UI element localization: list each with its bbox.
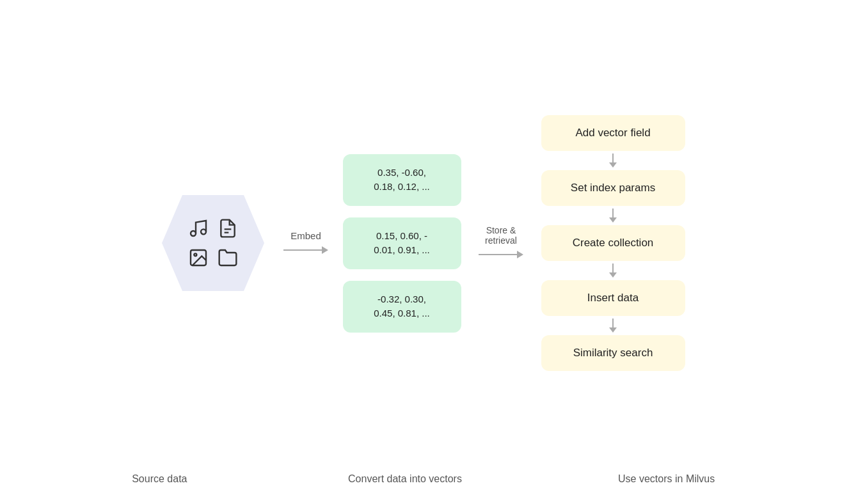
document-icon <box>216 217 239 240</box>
source-data-section <box>152 195 274 291</box>
embed-label: Embed <box>290 230 321 241</box>
music-icon <box>187 217 210 240</box>
step-arrow-2 <box>609 206 617 225</box>
convert-label: Convert data into vectors <box>341 473 469 485</box>
source-label: Source data <box>99 473 220 485</box>
milvus-label: Use vectors in Milvus <box>590 473 743 485</box>
step-arrow-1 <box>609 151 617 170</box>
step-create-collection: Create collection <box>541 225 685 261</box>
step-similarity-search: Similarity search <box>541 335 685 371</box>
store-label: Store & retrieval <box>485 225 517 246</box>
step-arrow-4 <box>609 316 617 335</box>
step-arrow-3 <box>609 261 617 280</box>
icons-grid <box>180 210 246 276</box>
folder-icon <box>216 246 239 269</box>
vectors-section: 0.35, -0.60, 0.18, 0.12, ... 0.15, 0.60,… <box>338 154 466 333</box>
svg-point-0 <box>191 231 196 236</box>
step-set-index-params: Set index params <box>541 170 685 206</box>
store-arrow-section: Store & retrieval <box>466 225 536 261</box>
embed-arrow-section: Embed <box>274 230 338 256</box>
svg-point-1 <box>201 229 206 234</box>
step-insert-data: Insert data <box>541 280 685 316</box>
svg-point-5 <box>194 253 196 256</box>
labels-row: Source data Convert data into vectors Us… <box>0 473 842 504</box>
step-add-vector-field: Add vector field <box>541 115 685 151</box>
vector-box-2: 0.15, 0.60, - 0.01, 0.91, ... <box>343 217 461 269</box>
vector-box-1: 0.35, -0.60, 0.18, 0.12, ... <box>343 154 461 206</box>
hexagon-shape <box>162 195 264 291</box>
store-arrow <box>479 248 523 261</box>
image-icon <box>187 246 210 269</box>
milvus-section: Add vector field Set index params Create… <box>536 115 690 371</box>
vector-box-3: -0.32, 0.30, 0.45, 0.81, ... <box>343 281 461 333</box>
embed-arrow <box>283 244 328 256</box>
